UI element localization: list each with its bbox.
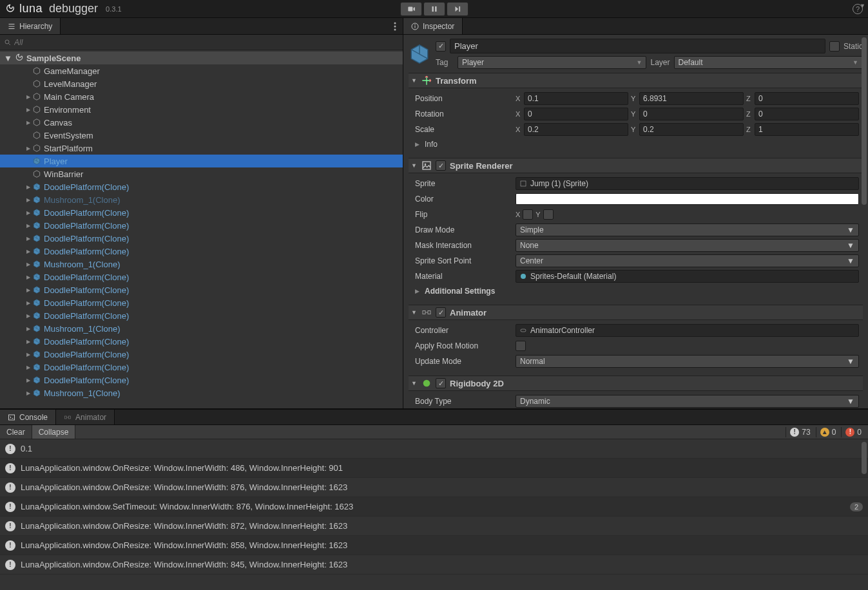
pause-button[interactable] [423,2,445,16]
hierarchy-item[interactable]: ▶DoodlePlatform(Clone) [0,219,403,232]
tab-console[interactable]: Console [0,410,56,424]
hierarchy-item[interactable]: ▶Main Camera [0,90,403,103]
hierarchy-item[interactable]: ▶Mushroom_1(Clone) [0,386,403,399]
console-log-row[interactable]: !LunaApplication.window.OnResize: Window… [0,555,868,575]
hierarchy-item[interactable]: ▶DoodlePlatform(Clone) [0,271,403,283]
animator-header[interactable]: ▼ Animator [409,305,863,320]
console-body[interactable]: !0.1!LunaApplication.window.OnResize: Wi… [0,439,868,590]
position-y-input[interactable] [639,92,744,105]
transform-info-toggle[interactable]: ▶Info [415,137,859,151]
rigidbody2d-enabled-checkbox[interactable] [436,378,446,388]
static-checkbox[interactable] [829,41,840,52]
hierarchy-item[interactable]: ▶DoodlePlatform(Clone) [0,361,403,374]
expand-toggle[interactable]: ▶ [24,273,32,281]
material-field[interactable]: Sprites-Default (Material) [516,270,859,283]
hierarchy-item[interactable]: ▶DoodlePlatform(Clone) [0,335,403,348]
expand-toggle[interactable]: ▶ [24,247,32,255]
expand-toggle[interactable]: ▶ [24,196,32,204]
sprite-renderer-header[interactable]: ▼ Sprite Renderer [409,158,863,173]
expand-toggle[interactable]: ▶ [24,325,32,332]
sprite-sort-point-dropdown[interactable]: Center▼ [516,254,859,267]
hierarchy-item[interactable]: ▶DoodlePlatform(Clone) [0,296,403,309]
hierarchy-item[interactable]: GameManager [0,64,403,77]
expand-toggle[interactable] [24,67,32,75]
console-log-row[interactable]: !LunaApplication.window.OnResize: Window… [0,517,868,536]
tab-inspector[interactable]: Inspector [403,18,463,34]
warn-counter[interactable]: ▲0 [816,427,840,437]
mask-interaction-dropdown[interactable]: None▼ [516,239,859,252]
hierarchy-item[interactable]: ▶Environment [0,103,403,116]
hierarchy-item[interactable]: ▶DoodlePlatform(Clone) [0,180,403,193]
record-button[interactable] [400,2,422,16]
sprite-field[interactable]: Jump (1) (Sprite) [516,177,859,190]
additional-settings-toggle[interactable]: ▶Additional Settings [415,284,859,298]
collapse-button[interactable]: Collapse [32,425,76,439]
rotation-x-input[interactable] [524,108,628,120]
flip-x-checkbox[interactable] [523,209,533,220]
expand-toggle[interactable]: ▶ [24,299,32,307]
hierarchy-item[interactable]: ▶DoodlePlatform(Clone) [0,283,403,296]
console-log-row[interactable]: !LunaApplication.window.OnResize: Window… [0,459,868,478]
hierarchy-item[interactable]: ▶DoodlePlatform(Clone) [0,245,403,258]
console-log-row[interactable]: !LunaApplication.window.SetTimeout: Wind… [0,497,868,517]
hierarchy-item[interactable]: LevelManager [0,77,403,90]
scale-x-input[interactable] [524,123,628,136]
hierarchy-item[interactable]: ▶Mushroom_1(Clone) [0,322,403,335]
tab-animator[interactable]: Animator [56,410,115,424]
expand-toggle[interactable]: ▶ [24,106,32,113]
expand-toggle[interactable]: ▶ [24,93,32,100]
expand-toggle[interactable]: ▶ [24,363,32,371]
transform-header[interactable]: ▼ Transform [409,73,863,88]
hierarchy-item[interactable]: ▶DoodlePlatform(Clone) [0,232,403,245]
info-counter[interactable]: !73 [786,427,814,437]
expand-toggle[interactable] [24,80,32,88]
console-log-row[interactable]: !LunaApplication.window.OnResize: Window… [0,478,868,497]
hierarchy-item[interactable]: ▶DoodlePlatform(Clone) [0,348,403,361]
hierarchy-item[interactable]: Player [0,155,403,167]
expand-toggle[interactable]: ▶ [24,144,32,152]
rigidbody2d-header[interactable]: ▼ Rigidbody 2D [409,376,863,391]
inspector-scrollbar[interactable] [862,37,867,205]
rotation-z-input[interactable] [755,108,859,120]
update-mode-dropdown[interactable]: Normal▼ [516,355,859,368]
hierarchy-menu-button[interactable] [387,18,403,34]
error-counter[interactable]: !0 [841,427,865,437]
console-log-row[interactable]: !0.1 [0,439,868,459]
flip-y-checkbox[interactable] [543,209,554,220]
expand-toggle[interactable]: ▶ [24,260,32,268]
expand-toggle[interactable]: ▶ [24,312,32,319]
hierarchy-tree[interactable]: ▼ SampleScene GameManagerLevelManager▶Ma… [0,50,403,408]
hierarchy-search-input[interactable] [14,38,399,47]
expand-toggle[interactable]: ▶ [24,209,32,216]
color-field[interactable] [516,193,859,205]
object-name-input[interactable] [450,39,825,53]
hierarchy-item[interactable]: ▶Mushroom_1(Clone) [0,258,403,271]
expand-toggle[interactable] [24,157,32,165]
hierarchy-item[interactable]: EventSystem [0,129,403,142]
console-log-row[interactable]: !LunaApplication.window.OnResize: Window… [0,536,868,555]
controller-field[interactable]: AnimatorController [516,324,859,337]
scale-y-input[interactable] [639,123,744,136]
tab-hierarchy[interactable]: Hierarchy [0,18,61,34]
scale-z-input[interactable] [755,123,859,136]
expand-toggle[interactable]: ▶ [24,222,32,229]
expand-toggle[interactable]: ▶ [24,286,32,294]
body-type-dropdown[interactable]: Dynamic▼ [516,395,859,408]
draw-mode-dropdown[interactable]: Simple▼ [516,224,859,236]
animator-enabled-checkbox[interactable] [436,307,446,318]
layer-dropdown[interactable]: Default▼ [674,56,863,69]
step-button[interactable] [447,2,468,16]
position-x-input[interactable] [524,92,628,105]
expand-toggle[interactable]: ▶ [24,338,32,345]
expand-toggle[interactable]: ▶ [24,119,32,126]
apply-root-motion-checkbox[interactable] [516,341,526,351]
hierarchy-item[interactable]: ▶Mushroom_1(Clone) [0,193,403,206]
hierarchy-item[interactable]: ▶DoodlePlatform(Clone) [0,374,403,386]
expand-toggle[interactable]: ▶ [24,350,32,358]
expand-toggle[interactable] [24,131,32,139]
position-z-input[interactable] [755,92,859,105]
console-scrollbar[interactable] [862,442,867,474]
expand-toggle[interactable]: ▶ [24,376,32,384]
sprite-renderer-enabled-checkbox[interactable] [436,160,446,171]
tag-dropdown[interactable]: Player▼ [458,56,646,69]
